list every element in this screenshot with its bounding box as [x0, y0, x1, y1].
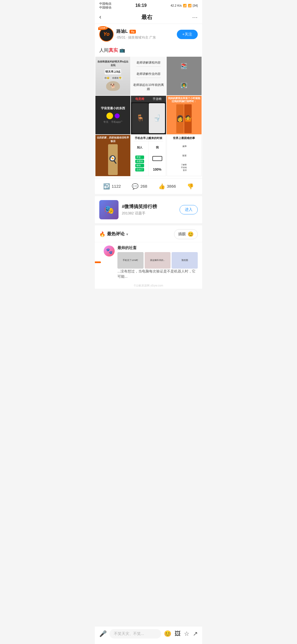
share-icon: ↩️: [103, 183, 110, 190]
meme-universe[interactable]: 宇宙里最小的东西 夸克 手机app广: [95, 96, 130, 134]
topic-title[interactable]: #微博搞笑排行榜: [122, 203, 176, 210]
comments-title-row: 🔥 最热评论 ▾: [99, 231, 128, 237]
meme1-top-text: 当你和朋友约好明天早9点出去玩: [97, 60, 129, 67]
meme-grid-section2: 宇宙里最小的东西 夸克 手机app广 电竞椅 手游椅 🪑 🚽 我妈妈要我去和某个…: [95, 96, 202, 134]
chair-col1: 电竞椅: [131, 96, 148, 102]
carrier1: 中国电信: [99, 2, 111, 6]
meme3-top: 📚: [181, 63, 187, 69]
meme-grid-row3: 去奶奶家，奶奶知道你没吃早饭后 🍳 手机在早上醒来的时候 别人 早安 亲爱的 唤…: [95, 135, 202, 176]
meme1-bottom-text: 明天早上9点: [105, 69, 121, 74]
comment-icon: 💬: [132, 183, 139, 190]
user-name-row: 路迪L Yo: [116, 29, 174, 34]
grandma-title: 去奶奶家，奶奶知道你没吃早饭后: [97, 136, 129, 143]
dog-shape: 🐕: [106, 81, 120, 91]
page-title: 最右: [101, 13, 192, 21]
topic-thumbnail: 🎭: [99, 200, 119, 219]
meme-grid-row1: 当你和朋友约好明天早9点出去玩 明天早上9点 你😴 你朋友😤 🐕 老师讲解课程内…: [95, 57, 202, 95]
meme-grandma[interactable]: 去奶奶家，奶奶知道你没吃早饭后 🍳: [95, 135, 130, 176]
meme-cell-1[interactable]: 当你和朋友约好明天早9点出去玩 明天早上9点 你😴 你朋友😤 🐕: [95, 57, 130, 95]
battery-icon: [34]: [193, 4, 198, 7]
meme1-persons: 你😴 你朋友😤: [103, 76, 123, 80]
comment-img-1[interactable]: 手机充了10%时: [117, 252, 144, 269]
comments-label: 最热评论: [107, 231, 125, 237]
post-title: 人间真实 📺: [95, 45, 202, 57]
meme-phone[interactable]: 手机在早上醒来的时候 别人 早安 亲爱的 唤味 怎你了 我 1: [131, 135, 166, 176]
avatar-top-badge: Yo主来了: [98, 26, 108, 30]
chart-title: 世界上最困难的事: [173, 136, 195, 140]
img2-text: 因这辆车停的...: [150, 259, 165, 262]
phone-compare: 别人 早安 亲爱的 唤味 怎你了 我 100%: [131, 141, 166, 176]
user-info-row: Yo Yo主来了 路迪L Yo ·05/31 · 搞笑领域Yo主 广东 +关注: [95, 24, 202, 45]
comment-item: 神 🐾 最帅的社畜 手机充了10%时 因这辆车停的... 预览图 ...没有想过…: [95, 242, 202, 283]
insert-emoji-icon: 😊: [188, 231, 194, 237]
others-label: 别人: [137, 146, 142, 149]
user-name: 路迪L: [116, 29, 128, 34]
meme-chair[interactable]: 电竞椅 手游椅 🪑 🚽: [131, 96, 166, 134]
meme-chart[interactable]: 世界上最困难的事 减单 致富 了解释手游戏暂停: [167, 135, 202, 176]
nav-bar: ‹ 最右 ···: [95, 11, 202, 24]
comment-img-3[interactable]: 预览图: [172, 252, 198, 269]
yo-badge: Yo: [130, 30, 136, 34]
topic-info: #微博搞笑排行榜 201382 话题手: [122, 203, 176, 216]
shen-badge: 神: [95, 261, 101, 263]
like-icon: 👍: [158, 183, 165, 190]
post-card: Yo Yo主来了 路迪L Yo ·05/31 · 搞笑领域Yo主 广东 +关注 …: [95, 24, 202, 194]
mine-label: 我: [156, 146, 159, 149]
meme-mom[interactable]: 我妈妈要我去和某个小时候抱过我的阿姨打招呼时： 👩 🤷: [167, 96, 202, 134]
comment-text-preview: ...没有想过，当电脑每次验证是不是机器人时，它可能...: [117, 269, 198, 279]
carrier2: 中国移动: [99, 6, 111, 9]
universe-title: 宇宙里最小的东西: [101, 106, 125, 110]
toilet-icon: 🚽: [149, 103, 165, 133]
avatar[interactable]: Yo Yo主来了: [99, 27, 114, 42]
chair-images: 🪑 🚽: [131, 102, 166, 134]
meme2-line2: 老师讲解作业内容: [136, 72, 161, 78]
chart-row-1: 减单: [181, 145, 188, 148]
more-button[interactable]: ···: [192, 14, 198, 20]
comment-count: 268: [140, 184, 147, 189]
topic-subtitle: 201382 话题手: [122, 211, 176, 216]
carrier-info: 中国电信 中国移动: [99, 2, 111, 10]
comment-images: 手机充了10%时 因这辆车停的... 预览图: [117, 252, 198, 269]
status-time: 16:19: [135, 3, 147, 8]
share-count: 1122: [112, 184, 121, 189]
user-meta: ·05/31 · 搞笑领域Yo主 广东: [116, 35, 174, 40]
chart-row-2: 致富: [181, 154, 188, 157]
back-button[interactable]: ‹: [99, 13, 101, 21]
follow-button[interactable]: +关注: [177, 30, 198, 39]
like-stat[interactable]: 👍 3866: [158, 183, 176, 190]
chart-bars-container: 减单 致富 了解释手游戏暂停: [181, 142, 188, 175]
dislike-stat[interactable]: 👎: [187, 183, 194, 190]
meme3-bottom: 👨‍🏫: [181, 83, 187, 88]
meme2-line1: 老师讲解课程内容: [136, 61, 161, 67]
comments-section: 🔥 最热评论 ▾ 插眼 😊 神 🐾 最帅的社畜 手机充了10%时 因这辆车停的.…: [95, 225, 202, 283]
insert-eye-button[interactable]: 插眼 😊: [174, 229, 198, 239]
chart-row-3: 了解释手游戏暂停: [181, 163, 188, 172]
share-stat[interactable]: ↩️ 1122: [103, 183, 121, 190]
phone-title: 手机在早上醒来的时候: [134, 135, 163, 141]
topic-enter-button[interactable]: 进入: [180, 205, 198, 214]
chair-header: 电竞椅 手游椅: [131, 96, 166, 102]
meme2-line3: 老师谈起出10年前的离婚: [133, 83, 164, 91]
comment-avatar: 🐾: [104, 245, 115, 256]
img3-text: 预览图: [182, 259, 188, 262]
battery-pct: 100%: [153, 168, 161, 171]
chair-col2: 手游椅: [148, 96, 166, 102]
section-divider: [95, 194, 202, 196]
signal-icon: 📶: [188, 4, 192, 7]
meme-cell-3[interactable]: 📚 👨‍🏫: [167, 57, 202, 95]
speed-info: 42.2 K/s: [170, 4, 182, 7]
section-divider-2: [95, 223, 202, 225]
mom-grid: 👩 🤷: [176, 104, 192, 133]
battery-icon: [152, 156, 162, 161]
comment-img-2[interactable]: 因这辆车停的...: [145, 252, 171, 269]
chevron-down-icon[interactable]: ▾: [126, 232, 128, 236]
stats-row: ↩️ 1122 💬 268 👍 3866 👎: [95, 178, 202, 194]
universe-labels: 夸克 手机app广: [103, 120, 123, 124]
comments-header: 🔥 最热评论 ▾ 插眼 😊: [95, 225, 202, 242]
status-right: 42.2 K/s 📶 📶 [34]: [170, 4, 198, 7]
others-messages: 早安 亲爱的 唤味 怎你了: [135, 155, 144, 171]
like-count: 3866: [167, 184, 176, 189]
topic-card: 🎭 #微博搞笑排行榜 201382 话题手 进入: [95, 196, 202, 223]
meme-cell-2[interactable]: 老师讲解课程内容 老师讲解作业内容 老师谈起出10年前的离婚: [131, 57, 166, 95]
comment-stat[interactable]: 💬 268: [132, 183, 147, 190]
